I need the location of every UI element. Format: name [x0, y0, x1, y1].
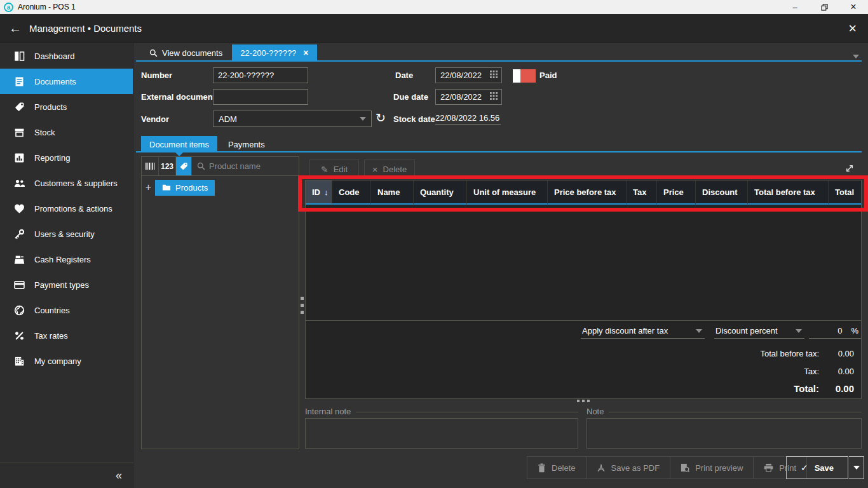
sidebar-item-customers-suppliers[interactable]: Customers & suppliers [0, 170, 133, 196]
column-header-total-before-tax[interactable]: Total before tax [748, 180, 829, 205]
column-header-tax[interactable]: Tax [627, 180, 657, 205]
search-icon [197, 162, 205, 170]
dashboard-icon [13, 50, 25, 62]
column-header-unit[interactable]: Unit of measure [467, 180, 548, 205]
sidebar-item-dashboard[interactable]: Dashboard [0, 43, 133, 69]
window-title: Aronium - POS 1 [18, 3, 76, 11]
column-header-price[interactable]: Price [657, 180, 696, 205]
due-date-input[interactable]: 22/08/2022 [435, 89, 502, 105]
save-button[interactable]: ✓ Save [786, 456, 848, 479]
tab-active-document[interactable]: 22-200-?????? × [232, 44, 316, 61]
paid-toggle[interactable] [513, 69, 536, 83]
search-icon [149, 49, 158, 57]
item-tabstrip-underline [136, 151, 862, 152]
tab-document-items[interactable]: Document items [141, 136, 217, 152]
page-close-icon[interactable]: × [848, 22, 857, 35]
delete-document-button[interactable]: Delete [527, 457, 587, 478]
credit-card-icon [13, 279, 25, 290]
discount-value-input[interactable]: 0% [809, 326, 861, 339]
tax-value: 0.00 [816, 367, 854, 376]
date-input[interactable]: 22/08/2022 [435, 67, 502, 83]
column-header-id[interactable]: ID ↓ [306, 180, 332, 205]
print-preview-button[interactable]: Print preview [670, 457, 754, 478]
item-tabstrip: Document items Payments [141, 136, 276, 152]
column-header-quantity[interactable]: Quantity [414, 180, 467, 205]
refresh-icon[interactable]: ↺ [376, 111, 386, 125]
tree-expand-button[interactable]: + [142, 182, 155, 193]
sidebar-item-cash-registers[interactable]: Cash Registers [0, 247, 133, 272]
sidebar-item-promotions[interactable]: Promotions & actions [0, 196, 133, 221]
column-header-name[interactable]: Name [371, 180, 414, 205]
calendar-icon[interactable] [490, 92, 498, 102]
vendor-select[interactable]: ADM [213, 111, 372, 127]
products-folder-button[interactable]: Products [155, 180, 215, 196]
calendar-icon[interactable] [490, 71, 498, 80]
x-icon: × [372, 164, 378, 175]
save-as-pdf-button[interactable]: Save as PDF [587, 457, 671, 478]
window-close-button[interactable]: × [839, 0, 868, 14]
external-document-input[interactable] [213, 89, 308, 105]
collapse-chevrons-icon: « [116, 469, 122, 482]
tabstrip-underline [136, 60, 862, 62]
note-legend: Note [587, 407, 862, 416]
key-icon [13, 228, 25, 240]
expand-panel-icon[interactable] [844, 163, 857, 175]
edit-item-button[interactable]: ✎ Edit [309, 159, 359, 179]
sidebar-item-documents[interactable]: Documents [0, 69, 133, 94]
sidebar-collapse-button[interactable]: « [0, 463, 133, 488]
tab-view-documents[interactable]: View documents [141, 44, 231, 61]
products-tag-icon [13, 101, 25, 112]
sidebar-item-payment-types[interactable]: Payment types [0, 272, 133, 297]
number-input[interactable] [213, 67, 308, 83]
save-options-caret-button[interactable] [849, 456, 864, 479]
discount-mode-select[interactable]: Apply discount after tax [581, 326, 705, 339]
window-minimize-button[interactable]: – [780, 0, 810, 14]
footer-button-group: Delete Save as PDF Print preview Print [527, 456, 807, 479]
app-logo-icon: a [4, 3, 13, 12]
window-restore-button[interactable] [810, 0, 839, 14]
building-icon [13, 355, 25, 367]
percent-icon [13, 330, 25, 341]
cash-register-icon [13, 254, 25, 265]
column-header-code[interactable]: Code [332, 180, 371, 205]
tab-close-icon[interactable]: × [303, 48, 308, 58]
pdf-icon [597, 463, 606, 473]
sidebar-item-tax-rates[interactable]: Tax rates [0, 323, 133, 348]
tag-icon [179, 162, 188, 171]
sidebar: Dashboard Documents Products Stock Repor… [0, 43, 133, 488]
tag-search-button[interactable] [176, 157, 192, 175]
sidebar-item-reporting[interactable]: Reporting [0, 145, 133, 170]
page-header: ← Management • Documents × [0, 14, 868, 43]
globe-icon [13, 304, 25, 316]
sidebar-item-countries[interactable]: Countries [0, 297, 133, 323]
sidebar-item-products[interactable]: Products [0, 94, 133, 119]
column-header-discount[interactable]: Discount [696, 180, 748, 205]
numeric-search-button[interactable]: 123 [159, 157, 176, 175]
tab-payments[interactable]: Payments [217, 136, 276, 152]
tab-overflow-caret-icon[interactable] [853, 51, 859, 60]
barcode-icon [145, 162, 156, 170]
total-before-tax-label: Total before tax: [668, 349, 819, 358]
sidebar-item-stock[interactable]: Stock [0, 119, 133, 145]
due-date-label: Due date [393, 92, 428, 102]
horizontal-splitter-handle[interactable] [577, 400, 590, 402]
discount-type-select[interactable]: Discount percent [714, 326, 804, 339]
chevron-down-icon [853, 466, 860, 470]
delete-item-button[interactable]: × Delete [364, 159, 415, 179]
sidebar-item-users-security[interactable]: Users & security [0, 221, 133, 247]
column-header-total[interactable]: Total [829, 180, 861, 205]
internal-note-textarea[interactable] [305, 418, 578, 449]
product-search-input[interactable] [209, 161, 294, 171]
note-textarea[interactable] [587, 418, 862, 449]
vertical-splitter-handle[interactable] [301, 297, 304, 314]
tax-label: Tax: [668, 367, 819, 376]
stock-date-value[interactable]: 22/08/2022 16.56 [435, 113, 501, 125]
printer-icon [764, 463, 773, 472]
barcode-search-button[interactable] [142, 157, 159, 175]
column-header-price-before-tax[interactable]: Price before tax [548, 180, 627, 205]
sidebar-item-my-company[interactable]: My company [0, 348, 133, 374]
back-arrow-icon[interactable]: ← [9, 21, 22, 36]
page-title: Management • Documents [29, 23, 142, 34]
chevron-down-icon [360, 117, 366, 121]
items-table-body[interactable] [306, 205, 861, 320]
